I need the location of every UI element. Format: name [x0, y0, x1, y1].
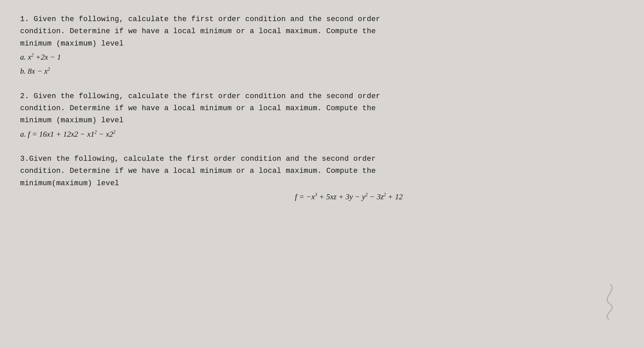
- page-container: 1. Given the following, calculate the fi…: [0, 0, 644, 348]
- question-1-part-a: a. x2 +2x − 1: [20, 51, 610, 64]
- formula-1a: a. x2 +2x − 1: [20, 53, 61, 61]
- decorative-curve: [597, 281, 617, 321]
- question-1-line3: minimum (maximum) level: [20, 38, 610, 50]
- question-2: 2. Given the following, calculate the fi…: [20, 90, 610, 141]
- question-1-line2: condition. Determine if we have a local …: [20, 25, 610, 38]
- question-2-line1: 2. Given the following, calculate the fi…: [20, 90, 610, 102]
- content-area: 1. Given the following, calculate the fi…: [20, 13, 610, 201]
- question-3-line1: 3.Given the following, calculate the fir…: [20, 153, 610, 165]
- question-1-line1: 1. Given the following, calculate the fi…: [20, 13, 610, 25]
- question-2-part-a: a. f = 16x1 + 12x2 − x12 − x22: [20, 128, 610, 141]
- question-3-line2: condition. Determine if we have a local …: [20, 165, 610, 177]
- question-3-line3: minimum(maximum) level: [20, 178, 610, 190]
- formula-1b: b. 8x − x2: [20, 67, 50, 75]
- question-3: 3.Given the following, calculate the fir…: [20, 153, 610, 201]
- question-2-line2: condition. Determine if we have a local …: [20, 102, 610, 115]
- question-3-formula: f = −x3 + 5xz + 3y − y2 − 3z2 + 12: [20, 192, 610, 201]
- formula-3: f = −x3 + 5xz + 3y − y2 − 3z2 + 12: [295, 193, 402, 201]
- question-1-part-b: b. 8x − x2: [20, 65, 610, 78]
- question-2-line3: minimum (maximum) level: [20, 115, 610, 127]
- formula-2a: a. f = 16x1 + 12x2 − x12 − x22: [20, 130, 115, 138]
- question-1: 1. Given the following, calculate the fi…: [20, 13, 610, 78]
